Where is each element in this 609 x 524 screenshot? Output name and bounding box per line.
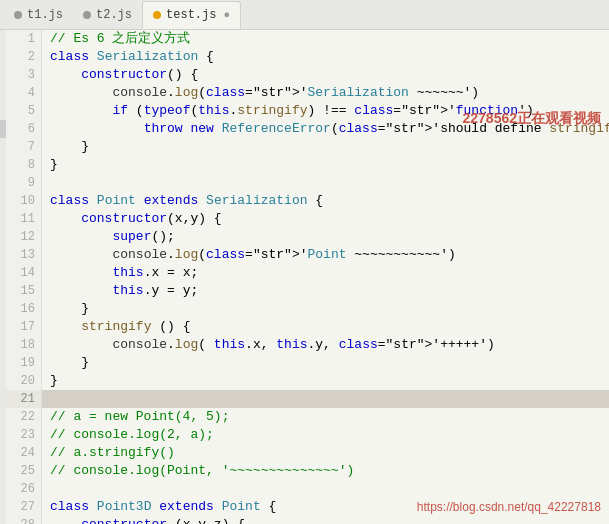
code-line-7: } <box>42 138 609 156</box>
line-number-14: 14 <box>6 264 41 282</box>
line-number-8: 8 <box>6 156 41 174</box>
tab-label-testjs: test.js <box>166 8 216 22</box>
code-line-11: constructor(x,y) { <box>42 210 609 228</box>
line-number-28: 28 <box>6 516 41 524</box>
code-line-16: } <box>42 300 609 318</box>
line-number-27: 27 <box>6 498 41 516</box>
tab-close-testjs[interactable]: ● <box>223 9 230 21</box>
line-number-4: 4 <box>6 84 41 102</box>
line-number-16: 16 <box>6 300 41 318</box>
code-line-1: // Es 6 之后定义方式 <box>42 30 609 48</box>
tab-label-t1js: t1.js <box>27 8 63 22</box>
code-line-3: constructor() { <box>42 66 609 84</box>
code-line-27: class Point3D extends Point { <box>42 498 609 516</box>
line-number-9: 9 <box>6 174 41 192</box>
line-number-26: 26 <box>6 480 41 498</box>
code-line-17: stringify () { <box>42 318 609 336</box>
tab-t1js[interactable]: t1.js <box>4 1 73 29</box>
line-number-7: 7 <box>6 138 41 156</box>
code-line-8: } <box>42 156 609 174</box>
code-line-21 <box>42 390 609 408</box>
tab-dot-t2js <box>83 11 91 19</box>
line-number-17: 17 <box>6 318 41 336</box>
code-line-13: console.log(class="str">'Point ~~~~~~~~~… <box>42 246 609 264</box>
code-line-24: // a.stringify() <box>42 444 609 462</box>
tab-bar: t1.js t2.js test.js ● <box>0 0 609 30</box>
editor-area: 1234567891011121314151617181920212223242… <box>0 30 609 524</box>
code-line-25: // console.log(Point, '~~~~~~~~~~~~~~') <box>42 462 609 480</box>
line-number-12: 12 <box>6 228 41 246</box>
line-numbers: 1234567891011121314151617181920212223242… <box>6 30 42 524</box>
line-number-23: 23 <box>6 426 41 444</box>
code-line-28: constructor (x,y,z) { <box>42 516 609 524</box>
tab-dot-testjs <box>153 11 161 19</box>
code-line-5: if (typeof(this.stringify) !== class="st… <box>42 102 609 120</box>
line-number-3: 3 <box>6 66 41 84</box>
code-line-15: this.y = y; <box>42 282 609 300</box>
code-lines: // Es 6 之后定义方式class Serialization { cons… <box>42 30 609 524</box>
tab-testjs[interactable]: test.js ● <box>142 1 241 29</box>
code-line-6: throw new ReferenceError(class="str">'sh… <box>42 120 609 138</box>
line-number-18: 18 <box>6 336 41 354</box>
code-line-19: } <box>42 354 609 372</box>
line-number-20: 20 <box>6 372 41 390</box>
code-line-22: // a = new Point(4, 5); <box>42 408 609 426</box>
tab-label-t2js: t2.js <box>96 8 132 22</box>
line-number-15: 15 <box>6 282 41 300</box>
code-line-18: console.log( this.x, this.y, class="str"… <box>42 336 609 354</box>
tab-dot-t1js <box>14 11 22 19</box>
line-number-25: 25 <box>6 462 41 480</box>
code-line-2: class Serialization { <box>42 48 609 66</box>
code-line-23: // console.log(2, a); <box>42 426 609 444</box>
line-number-2: 2 <box>6 48 41 66</box>
code-line-20: } <box>42 372 609 390</box>
line-number-5: 5 <box>6 102 41 120</box>
line-number-19: 19 <box>6 354 41 372</box>
code-line-10: class Point extends Serialization { <box>42 192 609 210</box>
code-line-26 <box>42 480 609 498</box>
line-number-21: 21 <box>6 390 41 408</box>
line-number-10: 10 <box>6 192 41 210</box>
line-number-22: 22 <box>6 408 41 426</box>
code-line-14: this.x = x; <box>42 264 609 282</box>
line-number-6: 6 <box>6 120 41 138</box>
code-line-4: console.log(class="str">'Serialization ~… <box>42 84 609 102</box>
line-number-11: 11 <box>6 210 41 228</box>
code-content[interactable]: // Es 6 之后定义方式class Serialization { cons… <box>42 30 609 524</box>
line-number-1: 1 <box>6 30 41 48</box>
line-number-24: 24 <box>6 444 41 462</box>
code-line-12: super(); <box>42 228 609 246</box>
tab-t2js[interactable]: t2.js <box>73 1 142 29</box>
code-line-9 <box>42 174 609 192</box>
line-number-13: 13 <box>6 246 41 264</box>
